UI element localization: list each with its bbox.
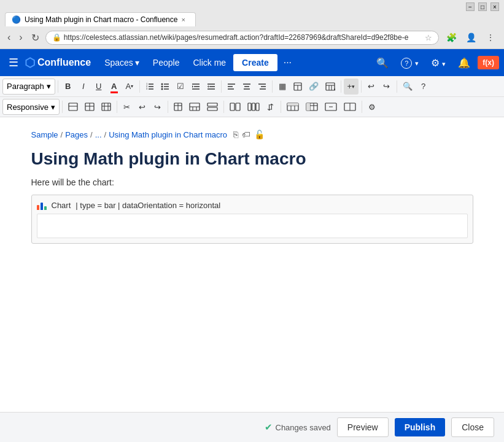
people-menu[interactable]: People	[147, 53, 186, 72]
table-button[interactable]	[290, 79, 305, 95]
tab-favicon: 🔵	[12, 15, 21, 24]
editor-inner: Sample / Pages / ... / Using Math plugin…	[13, 117, 492, 266]
reload-button[interactable]: ↻	[29, 31, 42, 45]
svg-rect-57	[248, 103, 251, 110]
responsive-select[interactable]: Responsive ▾	[2, 99, 60, 115]
search-button[interactable]: 🔍	[371, 53, 394, 72]
minimize-button[interactable]: −	[466, 2, 475, 11]
undo-button[interactable]: ↩	[364, 79, 379, 95]
redo-button[interactable]: ↪	[379, 79, 394, 95]
paragraph-select[interactable]: Paragraph ▾	[2, 79, 55, 95]
bold-button[interactable]: B	[61, 79, 76, 95]
align-right-button[interactable]	[255, 79, 269, 95]
extensions-button[interactable]: 🧩	[443, 29, 460, 46]
svg-rect-42	[102, 103, 110, 110]
insert-row-btn[interactable]	[186, 99, 203, 115]
col-btn2[interactable]	[244, 99, 263, 115]
italic-button[interactable]: I	[76, 79, 91, 95]
help-button[interactable]: ? ▾	[396, 53, 423, 72]
close-window-button[interactable]: ×	[490, 2, 499, 11]
more-menu[interactable]: ···	[279, 52, 297, 73]
publish-button[interactable]: Publish	[395, 418, 446, 436]
browser-chrome: − □ × 🔵 Using Math plugin in Chart macro…	[0, 0, 504, 49]
editor-toolbar: Paragraph ▾ B I U A A▾ 123 ☑	[0, 76, 504, 117]
spaces-menu[interactable]: Spaces ▾	[98, 53, 145, 72]
col-header-btn[interactable]	[303, 99, 321, 115]
create-button[interactable]: Create	[233, 54, 277, 71]
chart-macro[interactable]: Chart | type = bar | dataOrientation = h…	[31, 195, 473, 244]
edit-btn3[interactable]: ↪	[150, 99, 165, 115]
breadcrumb-sep1: /	[61, 130, 63, 139]
help-toolbar-button[interactable]: ?	[416, 79, 431, 95]
browser-actions: 🧩 👤 ⋮	[443, 29, 499, 46]
text-size-button[interactable]: A▾	[122, 79, 137, 95]
restriction-icon[interactable]: 🔓	[254, 130, 265, 139]
indent-in-button[interactable]	[204, 79, 219, 95]
page-body-text[interactable]: Here will be the chart:	[31, 177, 473, 187]
macro-label: Chart	[52, 201, 71, 210]
chart-icon	[37, 200, 47, 210]
browser-tabs: 🔵 Using Math plugin in Chart macro - Con…	[0, 12, 504, 26]
copy-link-icon[interactable]: ⎘	[233, 130, 238, 139]
changes-saved-indicator: ✔ Changes saved	[265, 422, 331, 433]
breadcrumb-current[interactable]: Using Math plugin in Chart macro	[109, 130, 227, 139]
breadcrumb-sample[interactable]: Sample	[31, 130, 58, 139]
settings-button[interactable]: ⚙ ▾	[426, 53, 451, 72]
search-toolbar-button[interactable]: 🔍	[400, 79, 416, 95]
fx-button[interactable]: f(x)	[478, 56, 499, 69]
cell-split-btn[interactable]	[341, 99, 359, 115]
table-icon-btn[interactable]	[171, 99, 185, 115]
unordered-list-button[interactable]	[158, 79, 173, 95]
layout-tb1[interactable]	[65, 99, 81, 115]
notifications-button[interactable]: 🔔	[453, 53, 475, 72]
hamburger-menu[interactable]: ☰	[5, 52, 22, 73]
align-left-button[interactable]	[224, 79, 239, 95]
task-button[interactable]: ☑	[173, 79, 188, 95]
bookmark-icon[interactable]: ☆	[425, 33, 432, 42]
underline-button[interactable]: U	[91, 79, 106, 95]
ordered-list-button[interactable]: 123	[142, 79, 157, 95]
breadcrumb-pages[interactable]: Pages	[65, 130, 88, 139]
col-btn1[interactable]	[227, 99, 244, 115]
layout-tb2[interactable]	[82, 99, 98, 115]
text-color-button[interactable]: A	[107, 79, 122, 95]
table-settings-btn[interactable]: ⚙	[365, 99, 379, 115]
breadcrumb-icons: ⎘ 🏷 🔓	[233, 130, 265, 139]
breadcrumb-ellipsis[interactable]: ...	[95, 130, 102, 139]
breadcrumb: Sample / Pages / ... / Using Math plugin…	[31, 130, 473, 139]
label-icon[interactable]: 🏷	[242, 130, 250, 139]
layout-tb3[interactable]	[98, 99, 114, 115]
link-button[interactable]: 🔗	[306, 79, 322, 95]
preview-button[interactable]: Preview	[337, 417, 389, 437]
svg-point-11	[161, 88, 163, 90]
profile-button[interactable]: 👤	[462, 29, 479, 46]
menu-button[interactable]: ⋮	[482, 29, 499, 46]
back-button[interactable]: ‹	[5, 31, 13, 44]
close-editor-button[interactable]: Close	[451, 417, 494, 437]
insert-button[interactable]: +▾	[344, 79, 359, 95]
row-header-btn[interactable]	[284, 99, 302, 115]
forward-button[interactable]: ›	[17, 31, 25, 44]
tab-close-button[interactable]: ×	[181, 16, 185, 23]
edit-btn1[interactable]: ✂	[120, 99, 134, 115]
breadcrumb-sep3: /	[104, 130, 107, 139]
page-title[interactable]: Using Math plugin in Chart macro	[31, 149, 473, 169]
cell-merge-btn[interactable]	[322, 99, 340, 115]
svg-text:▾: ▾	[334, 87, 335, 91]
maximize-button[interactable]: □	[478, 2, 487, 11]
edit-btn2[interactable]: ↩	[135, 99, 150, 115]
indent-out-button[interactable]	[188, 79, 203, 95]
active-tab[interactable]: 🔵 Using Math plugin in Chart macro - Con…	[5, 12, 196, 26]
changes-saved-text: Changes saved	[276, 423, 331, 432]
address-bar[interactable]: 🔒 https://celestecs.atlassian.net/wiki/p…	[45, 31, 439, 45]
col-btn3[interactable]: ⇵	[263, 99, 278, 115]
svg-rect-69	[306, 103, 310, 110]
delete-row-btn[interactable]	[204, 99, 221, 115]
table2-button[interactable]: ▾	[322, 79, 338, 95]
svg-text:3: 3	[146, 87, 148, 90]
align-center-button[interactable]	[239, 79, 254, 95]
layout-button[interactable]: ▦	[275, 79, 290, 95]
confluence-logo[interactable]: ⬡ Confluence	[25, 55, 91, 70]
click-me-menu[interactable]: Click me	[187, 53, 232, 72]
macro-body	[37, 214, 468, 238]
